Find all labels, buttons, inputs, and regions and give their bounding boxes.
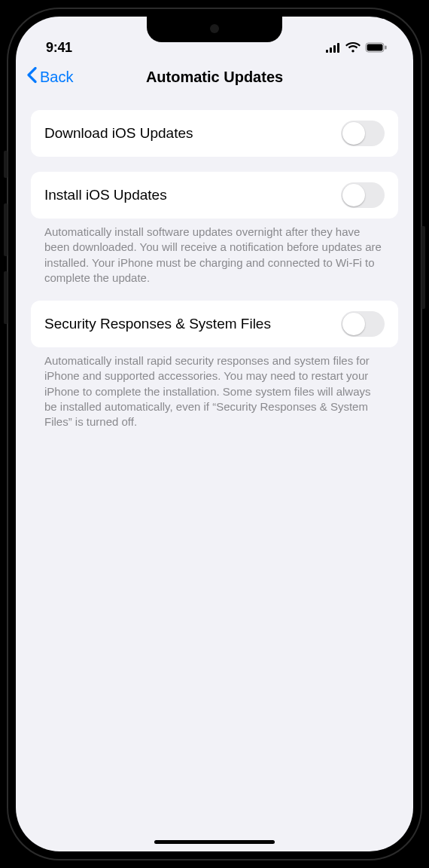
wifi-icon [345,42,361,56]
row-download-ios-updates[interactable]: Download iOS Updates [31,110,398,157]
group-footer: Automatically install rapid security res… [31,347,398,429]
toggle-security-responses[interactable] [341,311,385,337]
toggle-knob [342,313,365,335]
group-footer: Automatically install software updates o… [31,219,398,286]
toggle-download-ios-updates[interactable] [341,121,385,146]
row-label: Security Responses & System Files [44,316,271,332]
chevron-left-icon [26,67,40,87]
status-time: 9:41 [46,40,72,56]
row-label: Install iOS Updates [44,187,167,203]
toggle-knob [342,184,365,206]
volume-down-button [4,271,8,324]
svg-rect-2 [333,45,336,53]
group-install: Install iOS Updates Automatically instal… [31,172,398,286]
phone-frame: 9:41 [7,8,422,860]
power-button [421,226,425,309]
page-title: Automatic Updates [146,69,283,86]
svg-rect-5 [367,44,383,51]
status-icons [326,42,388,56]
row-security-responses[interactable]: Security Responses & System Files [31,301,398,347]
svg-rect-1 [330,47,332,53]
svg-rect-3 [337,43,339,53]
svg-rect-6 [385,46,387,50]
content: Download iOS Updates Install iOS Updates… [16,96,413,429]
battery-icon [365,42,388,56]
home-indicator[interactable] [154,840,275,844]
back-button[interactable]: Back [26,67,73,87]
screen: 9:41 [16,17,413,851]
cellular-icon [326,42,341,56]
svg-rect-0 [326,50,328,53]
toggle-install-ios-updates[interactable] [341,182,385,208]
group-download: Download iOS Updates [31,110,398,157]
silence-switch [4,151,8,178]
back-label: Back [40,69,73,86]
notch [147,17,282,42]
row-label: Download iOS Updates [44,125,193,142]
front-camera [210,24,219,33]
row-install-ios-updates[interactable]: Install iOS Updates [31,172,398,219]
volume-up-button [4,203,8,256]
nav-bar: Back Automatic Updates [16,57,413,96]
toggle-knob [342,122,365,145]
group-security: Security Responses & System Files Automa… [31,301,398,429]
